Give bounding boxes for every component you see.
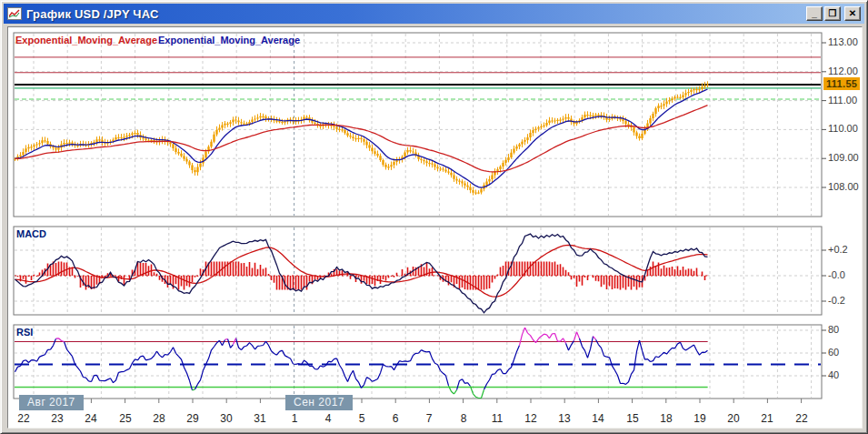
day-label: 13: [558, 412, 570, 425]
day-label: 4: [325, 412, 332, 425]
day-label: 18: [660, 412, 672, 425]
day-label: 6: [393, 412, 399, 425]
legend-ema-red: Exponential_Moving_Average: [15, 35, 157, 45]
day-label: 30: [220, 412, 232, 425]
macd-axis-label: -0.2: [828, 295, 845, 306]
day-label: 24: [85, 412, 96, 425]
rsi-axis-label: 60: [828, 347, 839, 358]
day-label: 29: [186, 412, 198, 425]
day-label: 8: [461, 412, 467, 425]
day-label: 12: [524, 412, 536, 425]
day-label: 21: [761, 412, 773, 425]
day-label: 7: [426, 412, 433, 425]
price-axis-label: 108.00: [828, 181, 859, 192]
month-badge: Авг 2017: [19, 395, 84, 410]
current-price-badge: 111.55: [823, 77, 860, 90]
day-label: 31: [254, 412, 265, 425]
day-label: 23: [51, 412, 63, 425]
macd-signal-line: [15, 245, 708, 297]
rsi-panel-label: RSI: [16, 327, 33, 338]
day-label: 25: [119, 412, 131, 425]
legend-ema-blue: Exponential_Moving_Average: [158, 35, 300, 45]
price-axis-label: 113.00: [828, 36, 858, 47]
price-axis-label: 110.00: [828, 123, 858, 134]
day-label: 11: [492, 412, 503, 425]
price-axis-label: 111.00: [828, 95, 857, 106]
chart-canvas[interactable]: [1, 1, 868, 434]
chart-window: График USD /JPY ЧАС _ ❒ ✕ Exponential_Mo…: [0, 0, 868, 434]
day-label: 5: [359, 412, 365, 425]
day-label: 22: [17, 412, 29, 425]
day-label: 20: [727, 412, 739, 425]
rsi-line: [15, 337, 708, 390]
macd-axis-label: +0.2: [828, 244, 848, 255]
day-label: 19: [693, 412, 705, 425]
day-label: 14: [592, 412, 604, 425]
rsi-axis-label: 40: [828, 369, 839, 380]
macd-axis-label: -0.0: [828, 269, 845, 280]
day-label: 22: [795, 412, 807, 425]
day-label: 1: [292, 412, 298, 425]
rsi-axis-label: 80: [828, 324, 839, 335]
price-axis-label: 109.00: [828, 152, 859, 163]
day-label: 28: [153, 412, 165, 425]
day-label: 15: [626, 412, 638, 425]
month-badge: Сен 2017: [285, 395, 353, 410]
price-axis-label: 112.00: [828, 66, 858, 76]
macd-panel-label: MACD: [16, 228, 46, 239]
